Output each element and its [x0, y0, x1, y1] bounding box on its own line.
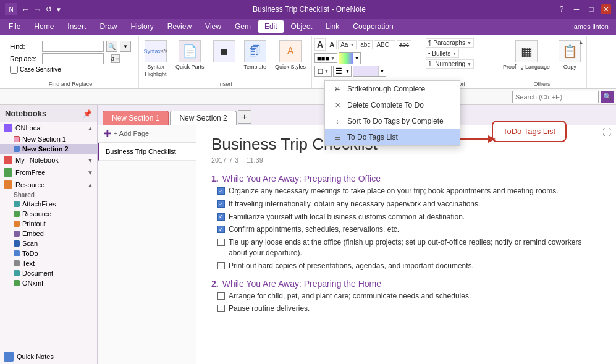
- section-onxml[interactable]: ONxml: [0, 278, 97, 288]
- dropdown-item-strikethrough[interactable]: S Strikethrough Complete: [325, 81, 460, 97]
- section-embed[interactable]: Embed: [0, 229, 97, 239]
- menu-gem[interactable]: Gem: [229, 20, 257, 33]
- align-btn[interactable]: ☰: [334, 66, 344, 76]
- section-resource[interactable]: Resource: [0, 209, 97, 219]
- font-selector[interactable]: ■■■▼: [314, 53, 337, 63]
- font-size-input[interactable]: Aa ▼: [338, 40, 357, 49]
- dropdown-item-delete[interactable]: ✕ Delete Complete To Do: [325, 97, 460, 113]
- ribbon-collapse-btn[interactable]: ▲: [578, 38, 584, 46]
- menu-cooperation[interactable]: Cooperation: [347, 20, 399, 33]
- checkbox-2[interactable]: ✓: [217, 200, 225, 208]
- checkbox-4[interactable]: ✓: [217, 226, 225, 233]
- menu-draw[interactable]: Draw: [93, 20, 123, 33]
- paragraphs-btn[interactable]: ¶ Paragraphs ▼: [426, 38, 474, 48]
- section-scan[interactable]: Scan: [0, 239, 97, 248]
- menu-object[interactable]: Object: [285, 20, 319, 33]
- note-meta: 2017-7-3 11:39: [211, 156, 601, 164]
- close-button[interactable]: ✕: [601, 4, 611, 14]
- bullets-btn[interactable]: • Bullets ▼: [426, 49, 459, 58]
- help-button[interactable]: ?: [557, 4, 567, 14]
- menu-insert[interactable]: Insert: [61, 20, 92, 33]
- section-attachfiles[interactable]: AttachFiles: [0, 199, 97, 209]
- find-replace-section: Find: 🔍 ▼ Replace: a↔ Case Sensitive Fin…: [2, 36, 139, 88]
- notebook-resourceshared[interactable]: Resource ▲: [0, 179, 97, 191]
- section-todo[interactable]: ToDo: [0, 248, 97, 258]
- main-layout: Notebooks 📌 ONLocal ▲ New Section 1 New …: [0, 105, 616, 364]
- menu-link[interactable]: Link: [319, 20, 345, 33]
- proofing-language-btn[interactable]: ▦ Proofing Language: [500, 38, 553, 72]
- checkbox-6[interactable]: [217, 262, 225, 269]
- minimize-button[interactable]: ─: [572, 4, 581, 14]
- section-document[interactable]: Document: [0, 268, 97, 278]
- notebook-fromfree[interactable]: FromFree ▼: [0, 166, 97, 179]
- section-new1-label: New Section 1: [22, 135, 66, 143]
- replace-input[interactable]: [42, 53, 104, 64]
- section-tab-1[interactable]: New Section 1: [103, 111, 169, 125]
- more-dd-btn[interactable]: ▼: [378, 66, 386, 76]
- section-text[interactable]: Text: [0, 258, 97, 268]
- checkbox-5[interactable]: [217, 239, 225, 246]
- find-input[interactable]: [42, 41, 104, 52]
- font-size-increase-btn[interactable]: A: [314, 38, 326, 51]
- section-printout-label: Printout: [22, 220, 46, 227]
- page-item-businesstrip[interactable]: Business Trip Checklist: [98, 143, 196, 161]
- sidebar-header: Notebooks 📌: [0, 105, 97, 122]
- find-expand-btn[interactable]: ▼: [120, 41, 131, 52]
- dropdown-item-sort[interactable]: ↕ Sort To Do Tags by Complete: [325, 113, 460, 129]
- abc-btn[interactable]: abc: [358, 40, 373, 49]
- dropdown-item-todolist[interactable]: ☰ To Do Tags List: [325, 129, 460, 145]
- checkbox-7[interactable]: [217, 292, 225, 300]
- add-section-button[interactable]: +: [238, 110, 251, 124]
- abc-strikethrough-btn[interactable]: abc: [397, 40, 411, 49]
- font-size-decrease-btn[interactable]: A: [327, 40, 337, 49]
- menu-view[interactable]: View: [199, 20, 227, 33]
- checkbox-8[interactable]: [217, 305, 225, 312]
- note-item-7: Arrange for child, pet, and plant care; …: [211, 291, 601, 302]
- back-btn[interactable]: ←: [21, 4, 30, 14]
- checkbox-dd-btn[interactable]: ☐▼: [315, 66, 331, 76]
- quick-parts-btn[interactable]: 📄 Quick Parts: [172, 38, 208, 72]
- note-item-5: Tie up any loose ends at the office (fin…: [211, 237, 601, 258]
- menu-review[interactable]: Review: [161, 20, 198, 33]
- checkbox-1[interactable]: ✓: [217, 187, 225, 195]
- expand-icon[interactable]: ⛶: [602, 127, 611, 137]
- highlight-dd-btn[interactable]: ▼: [353, 53, 360, 64]
- more-btn[interactable]: ⋮: [353, 66, 378, 76]
- strikethrough-icon: S: [332, 85, 342, 93]
- menu-home[interactable]: Home: [28, 20, 60, 33]
- quick-styles-btn[interactable]: A Quick Styles: [272, 38, 309, 72]
- grid-btn[interactable]: ■: [210, 38, 238, 64]
- forward-btn[interactable]: →: [33, 4, 42, 14]
- abc2-btn[interactable]: ABC↑: [374, 40, 395, 49]
- menu-file[interactable]: File: [2, 20, 27, 33]
- sidebar-pin-btn[interactable]: 📌: [83, 109, 92, 118]
- search-input[interactable]: [512, 91, 599, 103]
- maximize-button[interactable]: □: [586, 4, 596, 14]
- replace-row: Replace: a↔: [10, 53, 131, 64]
- align-dd-btn[interactable]: ▼: [344, 66, 351, 76]
- customize-btn[interactable]: ▼: [56, 6, 62, 13]
- insert-section: Syntax</> Syntax Highlight 📄 Quick Parts…: [139, 36, 312, 88]
- numbering-btn[interactable]: 1. Numbering ▼: [426, 59, 474, 69]
- undo-btn[interactable]: ↺: [46, 5, 52, 14]
- app-icon: N: [5, 3, 17, 15]
- notebook-mynotebook[interactable]: My Notebook ▼: [0, 154, 97, 166]
- find-search-btn[interactable]: 🔍: [106, 41, 117, 52]
- section-printout[interactable]: Printout: [0, 219, 97, 229]
- menu-edit[interactable]: Edit: [258, 20, 284, 33]
- menu-history[interactable]: History: [124, 20, 159, 33]
- search-button[interactable]: 🔍: [601, 91, 614, 103]
- checkbox-3[interactable]: ✓: [217, 213, 225, 221]
- section-new1[interactable]: New Section 1: [0, 134, 97, 144]
- highlight-color-btn[interactable]: [339, 53, 353, 64]
- quick-notes-item[interactable]: Quick Notes: [0, 349, 97, 364]
- template-btn[interactable]: 🗐 Template: [241, 38, 270, 72]
- replace-icon[interactable]: a↔: [111, 54, 120, 63]
- syntax-highlight-btn[interactable]: Syntax</> Syntax Highlight: [141, 38, 170, 79]
- section-new2[interactable]: New Section 2: [0, 144, 97, 154]
- case-sensitive-checkbox[interactable]: [10, 66, 18, 74]
- add-page-button[interactable]: ✚ + Add Page: [98, 125, 196, 143]
- notebook-fromfree-label: FromFree: [15, 169, 45, 176]
- notebook-onlocal[interactable]: ONLocal ▲: [0, 122, 97, 134]
- section-tab-2[interactable]: New Section 2: [170, 111, 236, 125]
